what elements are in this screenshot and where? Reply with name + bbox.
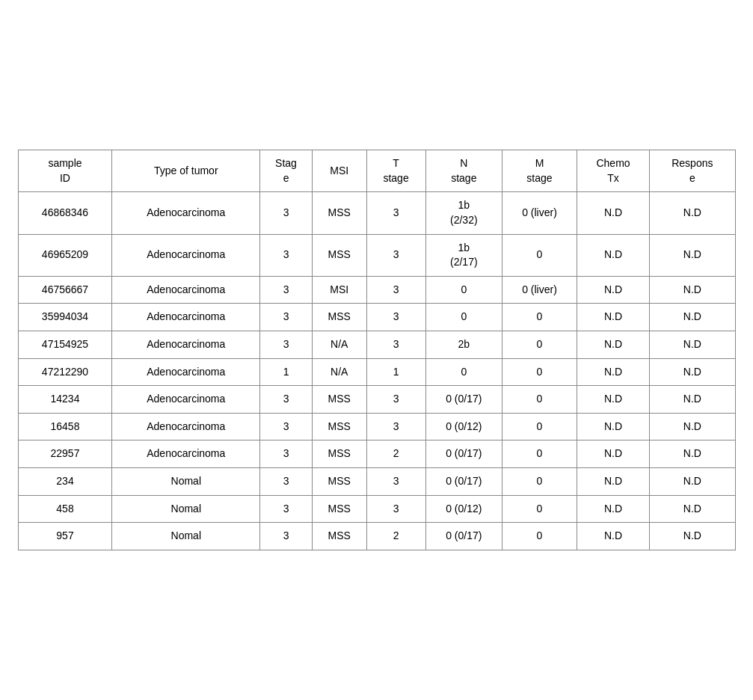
cell-m-stage: 0 (liver): [502, 192, 577, 234]
cell-n-stage: 0: [425, 358, 502, 386]
table-row: 22957Adenocarcinoma3MSS20 (0/17)0N.DN.D: [18, 440, 735, 468]
cell-stage: 3: [260, 192, 313, 234]
cell-t-stage: 2: [366, 523, 425, 550]
cell-chemo-tx: N.D: [577, 523, 649, 550]
cell-stage: 3: [260, 523, 313, 550]
cell-t-stage: 3: [366, 276, 425, 304]
cell-chemo-tx: N.D: [577, 467, 649, 495]
cell-chemo-tx: N.D: [577, 276, 649, 304]
cell-n-stage: 0 (0/17): [425, 386, 502, 414]
cell-response: N.D: [650, 386, 735, 414]
cell-sample-id: 46965209: [18, 234, 112, 276]
header-type-of-tumor: Type of tumor: [112, 150, 260, 192]
cell-sample-id: 16458: [18, 413, 112, 440]
cell-n-stage: 0 (0/12): [425, 495, 502, 523]
cell-sample-id: 46868346: [18, 192, 112, 234]
cell-chemo-tx: N.D: [577, 234, 649, 276]
cell-m-stage: 0: [502, 467, 577, 495]
cell-sample-id: 22957: [18, 440, 112, 468]
cell-response: N.D: [650, 192, 735, 234]
cell-stage: 1: [260, 358, 313, 386]
cell-n-stage: 0: [425, 304, 502, 331]
cell-msi: MSS: [313, 234, 367, 276]
cell-chemo-tx: N.D: [577, 495, 649, 523]
cell-stage: 3: [260, 304, 313, 331]
cell-type-of-tumor: Adenocarcinoma: [112, 331, 260, 359]
cell-stage: 3: [260, 467, 313, 495]
cell-response: N.D: [650, 358, 735, 386]
cell-msi: N/A: [313, 358, 367, 386]
cell-type-of-tumor: Adenocarcinoma: [112, 413, 260, 440]
cell-m-stage: 0: [502, 386, 577, 414]
table-row: 47154925Adenocarcinoma3N/A32b0N.DN.D: [18, 331, 735, 359]
cell-msi: MSS: [313, 523, 367, 550]
cell-msi: MSI: [313, 276, 367, 304]
cell-t-stage: 3: [366, 304, 425, 331]
cell-t-stage: 3: [366, 386, 425, 414]
cell-response: N.D: [650, 331, 735, 359]
cell-chemo-tx: N.D: [577, 304, 649, 331]
cell-n-stage: 0 (0/17): [425, 467, 502, 495]
cell-sample-id: 14234: [18, 386, 112, 414]
cell-msi: N/A: [313, 331, 367, 359]
cell-response: N.D: [650, 495, 735, 523]
cell-chemo-tx: N.D: [577, 386, 649, 414]
cell-sample-id: 47154925: [18, 331, 112, 359]
table-row: 458Nomal3MSS30 (0/12)0N.DN.D: [18, 495, 735, 523]
cell-chemo-tx: N.D: [577, 192, 649, 234]
cell-sample-id: 957: [18, 523, 112, 550]
cell-type-of-tumor: Adenocarcinoma: [112, 234, 260, 276]
cell-m-stage: 0: [502, 331, 577, 359]
cell-chemo-tx: N.D: [577, 358, 649, 386]
header-response: Respons e: [650, 150, 735, 192]
table-container: sample ID Type of tumor Stag e MSI T sta…: [18, 150, 736, 550]
table-row: 46965209Adenocarcinoma3MSS31b (2/17)0N.D…: [18, 234, 735, 276]
cell-t-stage: 2: [366, 440, 425, 468]
cell-type-of-tumor: Adenocarcinoma: [112, 440, 260, 468]
cell-response: N.D: [650, 467, 735, 495]
cell-n-stage: 0: [425, 276, 502, 304]
data-table: sample ID Type of tumor Stag e MSI T sta…: [18, 150, 736, 550]
header-msi: MSI: [313, 150, 367, 192]
cell-response: N.D: [650, 276, 735, 304]
header-stage: Stag e: [260, 150, 313, 192]
cell-stage: 3: [260, 440, 313, 468]
table-row: 46756667Adenocarcinoma3MSI300 (liver)N.D…: [18, 276, 735, 304]
cell-response: N.D: [650, 234, 735, 276]
cell-t-stage: 3: [366, 192, 425, 234]
cell-msi: MSS: [313, 386, 367, 414]
cell-type-of-tumor: Adenocarcinoma: [112, 358, 260, 386]
cell-type-of-tumor: Nomal: [112, 523, 260, 550]
cell-t-stage: 3: [366, 467, 425, 495]
header-t-stage: T stage: [366, 150, 425, 192]
table-row: 14234Adenocarcinoma3MSS30 (0/17)0N.DN.D: [18, 386, 735, 414]
table-row: 957Nomal3MSS20 (0/17)0N.DN.D: [18, 523, 735, 550]
cell-n-stage: 1b (2/17): [425, 234, 502, 276]
table-row: 47212290Adenocarcinoma1N/A100N.DN.D: [18, 358, 735, 386]
table-row: 35994034Adenocarcinoma3MSS300N.DN.D: [18, 304, 735, 331]
cell-stage: 3: [260, 386, 313, 414]
cell-chemo-tx: N.D: [577, 331, 649, 359]
cell-stage: 3: [260, 276, 313, 304]
cell-stage: 3: [260, 331, 313, 359]
cell-chemo-tx: N.D: [577, 440, 649, 468]
cell-msi: MSS: [313, 413, 367, 440]
cell-sample-id: 458: [18, 495, 112, 523]
cell-msi: MSS: [313, 467, 367, 495]
cell-t-stage: 3: [366, 413, 425, 440]
header-row: sample ID Type of tumor Stag e MSI T sta…: [18, 150, 735, 192]
cell-n-stage: 1b (2/32): [425, 192, 502, 234]
cell-t-stage: 3: [366, 331, 425, 359]
cell-msi: MSS: [313, 304, 367, 331]
cell-response: N.D: [650, 304, 735, 331]
cell-t-stage: 3: [366, 234, 425, 276]
cell-response: N.D: [650, 440, 735, 468]
cell-type-of-tumor: Adenocarcinoma: [112, 276, 260, 304]
cell-m-stage: 0: [502, 234, 577, 276]
cell-sample-id: 35994034: [18, 304, 112, 331]
cell-response: N.D: [650, 523, 735, 550]
header-n-stage: N stage: [425, 150, 502, 192]
cell-stage: 3: [260, 495, 313, 523]
cell-n-stage: 2b: [425, 331, 502, 359]
cell-m-stage: 0: [502, 304, 577, 331]
